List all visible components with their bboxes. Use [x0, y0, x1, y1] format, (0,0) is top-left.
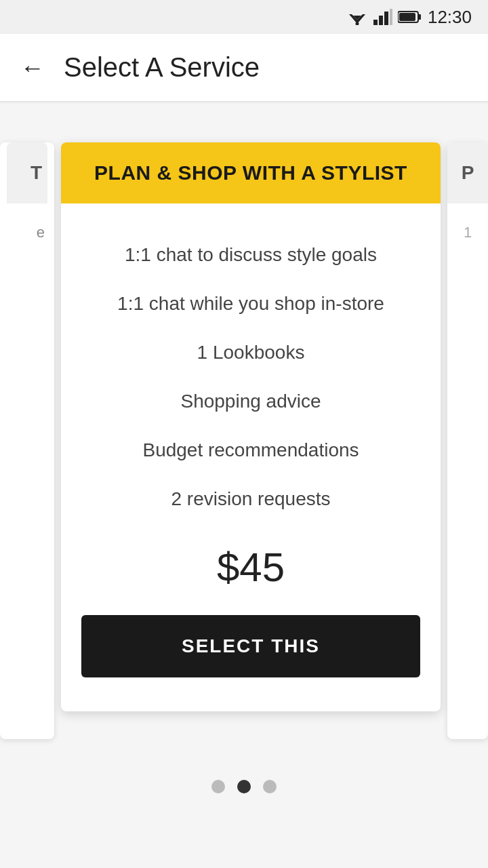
left-peek-card: T e [0, 142, 54, 739]
page-title: Select A Service [64, 52, 260, 83]
left-card-header-text: T [30, 162, 42, 184]
main-service-card: PLAN & SHOP WITH A STYLIST 1:1 chat to d… [61, 142, 441, 711]
feature-3: 1 Lookbooks [81, 328, 420, 377]
main-card-header: PLAN & SHOP WITH A STYLIST [61, 142, 441, 203]
wifi-icon [346, 9, 368, 25]
svg-rect-7 [390, 9, 392, 25]
svg-rect-9 [418, 14, 421, 20]
status-bar: 12:30 [0, 0, 488, 34]
svg-rect-10 [399, 13, 415, 21]
svg-rect-4 [373, 20, 378, 25]
cards-container: T e PLAN & SHOP WITH A STYLIST 1:1 chat … [0, 102, 488, 766]
left-card-body: e [34, 203, 47, 262]
dot-1[interactable] [211, 780, 225, 793]
right-peek-card: P 1 [447, 142, 488, 739]
signal-icon [373, 9, 392, 25]
select-button[interactable]: SELECT THIS [81, 615, 420, 677]
back-button[interactable]: ← [20, 56, 45, 80]
left-card-header: T [7, 142, 47, 203]
app-header: ← Select A Service [0, 34, 488, 102]
svg-rect-6 [384, 12, 388, 25]
feature-6: 2 revision requests [81, 475, 420, 524]
dot-2[interactable] [237, 780, 251, 793]
status-icons: 12:30 [346, 7, 472, 28]
dot-3[interactable] [263, 780, 277, 793]
svg-point-3 [355, 22, 359, 26]
right-card-body: 1 [447, 203, 488, 262]
service-title: PLAN & SHOP WITH A STYLIST [94, 161, 407, 184]
service-price: $45 [217, 544, 285, 591]
svg-rect-5 [379, 16, 383, 25]
battery-icon [398, 10, 422, 24]
main-card-body: 1:1 chat to discuss style goals 1:1 chat… [61, 203, 441, 711]
feature-1: 1:1 chat to discuss style goals [81, 231, 420, 279]
right-card-header: P [447, 142, 488, 203]
feature-5: Budget recommendations [81, 426, 420, 475]
status-time: 12:30 [428, 7, 472, 28]
page-indicators [0, 780, 488, 821]
feature-4: Shopping advice [81, 377, 420, 426]
right-card-header-text: P [462, 162, 474, 184]
feature-2: 1:1 chat while you shop in-store [81, 279, 420, 328]
